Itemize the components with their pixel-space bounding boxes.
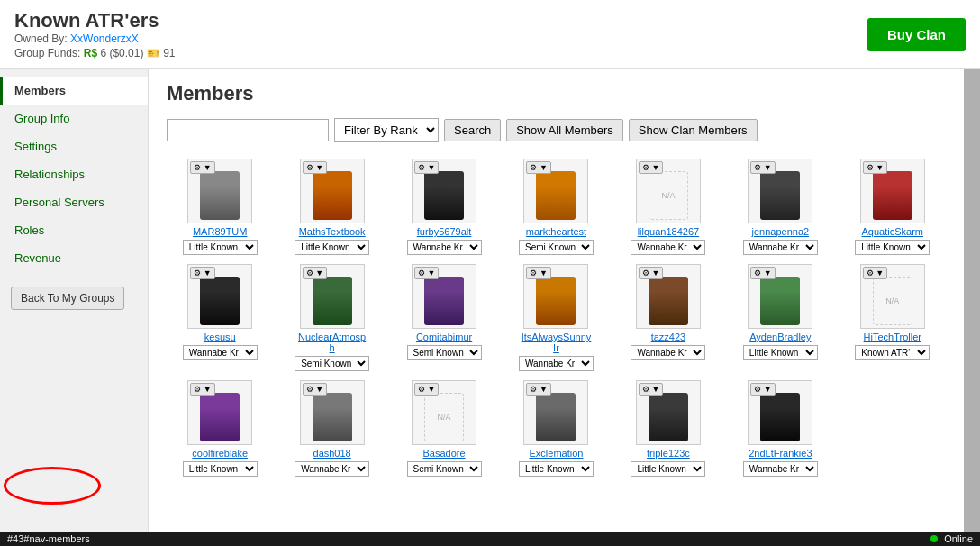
member-rank-select[interactable]: Little Known Little Known Semi Known Wan…	[183, 461, 258, 477]
search-button[interactable]: Search	[444, 119, 501, 141]
member-rank-select[interactable]: Little Known Little Known Semi Known Wan…	[295, 240, 369, 255]
member-name-link[interactable]: 2ndLtFrankie3	[749, 448, 812, 459]
sidebar-item-members[interactable]: Members	[0, 77, 148, 105]
member-rank-select[interactable]: Wannabe Kr Little Known Semi Known Wanna…	[631, 345, 705, 360]
gear-button[interactable]: ⚙ ▼	[526, 383, 550, 396]
member-name-link[interactable]: dash018	[313, 448, 351, 459]
gear-button[interactable]: ⚙ ▼	[639, 161, 663, 174]
gear-button[interactable]: ⚙ ▼	[863, 267, 887, 279]
member-card: ⚙ ▼ kesusu Wannabe Kr Little Known Semi …	[167, 264, 273, 371]
gear-button[interactable]: ⚙ ▼	[750, 267, 775, 279]
sidebar-item-roles[interactable]: Roles	[0, 216, 148, 244]
member-rank-select[interactable]: Known ATR' Little Known Semi Known Wanna…	[855, 345, 930, 360]
member-avatar-box: ⚙ ▼	[523, 264, 588, 329]
member-name-link[interactable]: marktheartest	[526, 226, 586, 237]
member-name-link[interactable]: AquaticSkarm	[862, 226, 923, 237]
member-name-link[interactable]: ItsAlwaysSunnyIr	[520, 332, 592, 353]
main-content: Members Filter By Rank Little Known Semi…	[149, 69, 964, 532]
gear-button[interactable]: ⚙ ▼	[639, 267, 663, 279]
avatar	[760, 171, 800, 220]
member-card: ⚙ ▼ marktheartest Semi Known Little Know…	[503, 159, 609, 255]
gear-button[interactable]: ⚙ ▼	[414, 267, 439, 279]
member-name-link[interactable]: NuclearAtmosph	[296, 332, 368, 353]
owner-link[interactable]: XxWonderzxX	[70, 32, 139, 45]
member-name-link[interactable]: HiTechTroller	[864, 332, 921, 342]
member-rank-select[interactable]: Little Known Little Known Semi Known Wan…	[743, 345, 818, 360]
member-rank-select[interactable]: Wannabe Kr Little Known Semi Known Wanna…	[519, 356, 594, 371]
member-rank-select[interactable]: Semi Known Little Known Semi Known Wanna…	[407, 345, 482, 360]
buy-clan-button[interactable]: Buy Clan	[867, 18, 966, 51]
member-name-link[interactable]: Exclemation	[530, 448, 584, 459]
sidebar-item-settings[interactable]: Settings	[0, 132, 148, 160]
member-name-link[interactable]: MAR89TUM	[193, 226, 248, 237]
member-name-link[interactable]: AydenBradley	[749, 332, 811, 342]
member-name-link[interactable]: furby5679alt	[417, 226, 472, 237]
member-name-link[interactable]: coolfireblake	[192, 448, 248, 459]
member-card: ⚙ ▼ AquaticSkarm Little Known Little Kno…	[839, 159, 946, 255]
member-name-link[interactable]: kesusu	[204, 332, 236, 342]
gear-button[interactable]: ⚙ ▼	[863, 161, 887, 174]
member-rank-select[interactable]: Semi Known Little Known Semi Known Wanna…	[407, 461, 482, 477]
avatar: N/A	[424, 393, 464, 441]
filter-rank-select[interactable]: Filter By Rank Little Known Semi Known W…	[334, 118, 439, 142]
sidebar-item-relationships[interactable]: Relationships	[0, 160, 148, 188]
avatar: N/A	[873, 277, 912, 325]
member-rank-select[interactable]: Wannabe Kr Little Known Semi Known Wanna…	[407, 240, 482, 255]
funds-label: Group Funds:	[14, 47, 80, 59]
gear-button[interactable]: ⚙ ▼	[414, 383, 439, 396]
member-rank-select[interactable]: Wannabe Kr Little Known Semi Known Wanna…	[743, 461, 818, 477]
member-name-link[interactable]: lilquan184267	[638, 226, 700, 237]
gear-button[interactable]: ⚙ ▼	[190, 267, 214, 279]
status-url: #43#nav-members	[7, 533, 90, 544]
gear-button[interactable]: ⚙ ▼	[750, 383, 775, 396]
member-avatar-box: ⚙ ▼ N/A	[636, 159, 701, 223]
search-input[interactable]	[167, 119, 329, 141]
member-avatar-box: ⚙ ▼ N/A	[860, 264, 925, 329]
sidebar-item-revenue[interactable]: Revenue	[0, 244, 148, 272]
member-avatar-box: ⚙ ▼	[187, 264, 252, 329]
gear-button[interactable]: ⚙ ▼	[303, 267, 327, 279]
gear-button[interactable]: ⚙ ▼	[190, 161, 214, 174]
member-rank-select[interactable]: Wannabe Kr Little Known Semi Known Wanna…	[631, 240, 705, 255]
member-name-link[interactable]: tazz423	[651, 332, 686, 342]
avatar	[313, 171, 352, 220]
gear-button[interactable]: ⚙ ▼	[190, 383, 214, 396]
member-name-link[interactable]: Comitabimur	[416, 332, 472, 342]
member-card: ⚙ ▼ dash018 Wannabe Kr Little Known Semi…	[278, 380, 385, 477]
member-rank-select[interactable]: Little Known Little Known Semi Known Wan…	[183, 240, 258, 255]
member-rank-select[interactable]: Little Known Little Known Semi Known Wan…	[631, 461, 705, 477]
gear-button[interactable]: ⚙ ▼	[303, 161, 327, 174]
sidebar-item-group-info[interactable]: Group Info	[0, 105, 148, 132]
member-rank-select[interactable]: Semi Known Little Known Semi Known Wanna…	[519, 240, 594, 255]
gear-button[interactable]: ⚙ ▼	[639, 383, 663, 396]
avatar	[313, 277, 352, 325]
member-name-link[interactable]: MathsTextbook	[299, 226, 366, 237]
member-card: ⚙ ▼ MAR89TUM Little Known Little Known S…	[167, 159, 273, 255]
gear-button[interactable]: ⚙ ▼	[750, 161, 775, 174]
member-name-link[interactable]: Basadore	[423, 448, 466, 459]
member-rank-select[interactable]: Semi Known Little Known Semi Known Wanna…	[295, 356, 369, 371]
back-to-my-groups-button[interactable]: Back To My Groups	[11, 287, 124, 310]
member-avatar-box: ⚙ ▼	[523, 159, 588, 223]
avatar	[200, 277, 240, 325]
member-name-link[interactable]: jennapenna2	[752, 226, 810, 237]
gear-button[interactable]: ⚙ ▼	[303, 383, 327, 396]
show-all-members-button[interactable]: Show All Members	[506, 119, 623, 141]
avatar	[313, 393, 352, 441]
member-card: ⚙ ▼ furby5679alt Wannabe Kr Little Known…	[391, 159, 497, 255]
member-name-link[interactable]: triple123c	[647, 448, 690, 459]
member-rank-select[interactable]: Little Known Little Known Semi Known Wan…	[855, 240, 930, 255]
member-rank-select[interactable]: Wannabe Kr Little Known Semi Known Wanna…	[295, 461, 369, 477]
member-rank-select[interactable]: Wannabe Kr Little Known Semi Known Wanna…	[183, 345, 258, 360]
gear-button[interactable]: ⚙ ▼	[526, 161, 550, 174]
avatar	[760, 277, 800, 325]
member-rank-select[interactable]: Little Known Little Known Semi Known Wan…	[519, 461, 594, 477]
gear-button[interactable]: ⚙ ▼	[526, 267, 550, 279]
sidebar-item-personal-servers[interactable]: Personal Servers	[0, 188, 148, 216]
member-rank-select[interactable]: Wannabe Kr Little Known Semi Known Wanna…	[743, 240, 818, 255]
show-clan-members-button[interactable]: Show Clan Members	[629, 119, 758, 141]
avatar	[424, 277, 464, 325]
online-status: Online	[930, 533, 973, 544]
avatar	[649, 393, 688, 441]
gear-button[interactable]: ⚙ ▼	[414, 161, 439, 174]
